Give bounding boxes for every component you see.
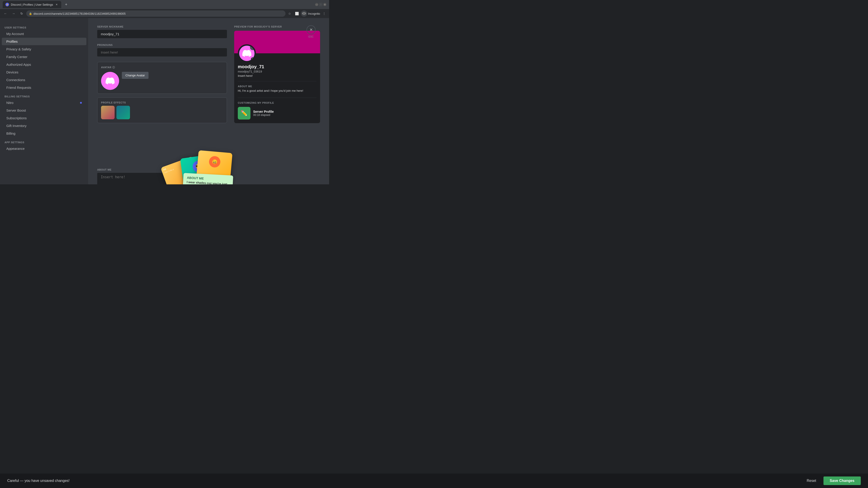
- tab-favicon: ⚡: [5, 3, 9, 6]
- server-nickname-label: SERVER NICKNAME: [97, 25, 227, 28]
- server-nickname-group: SERVER NICKNAME: [97, 25, 227, 38]
- avatar-edit-overlay[interactable]: ✏: [250, 45, 255, 50]
- status-dot: [251, 57, 254, 61]
- sidebar-item-billing[interactable]: Billing: [2, 130, 86, 137]
- split-button[interactable]: ⬜: [293, 10, 300, 17]
- about-me-textarea[interactable]: [97, 173, 227, 184]
- sidebar-item-nitro[interactable]: Nitro: [2, 99, 86, 106]
- preview-about-me-label: ABOUT ME: [234, 83, 320, 89]
- sidebar-label-appearance: Appearance: [6, 147, 25, 151]
- billing-settings-label: BILLING SETTINGS: [0, 92, 88, 99]
- content-row: SERVER NICKNAME PRONOUNS AVATAR ⓘ: [97, 25, 320, 184]
- sidebar-label-my-account: My Account: [6, 32, 24, 36]
- sidebar-item-privacy-safety[interactable]: Privacy & Safety: [2, 45, 86, 53]
- change-avatar-button[interactable]: Change Avatar: [122, 72, 149, 79]
- preview-about-me-text: Hi, I'm a good artist and I hope you'd j…: [234, 89, 320, 96]
- browser-titlebar: ⚡ Discord | Profiles | User Settings ✕ +…: [0, 0, 329, 9]
- sidebar-item-subscriptions[interactable]: Subscriptions: [2, 114, 86, 122]
- window-close[interactable]: ✕: [323, 3, 327, 6]
- server-nickname-input[interactable]: [97, 30, 227, 38]
- sidebar-item-family-center[interactable]: Family Center: [2, 53, 86, 61]
- sidebar-label-billing: Billing: [6, 131, 16, 135]
- browser-chrome: ⚡ Discord | Profiles | User Settings ✕ +…: [0, 0, 329, 18]
- profile-effects-section: PROFILE EFFECTS: [97, 97, 227, 123]
- sidebar-label-authorized-apps: Authorized Apps: [6, 63, 31, 66]
- forward-button[interactable]: →: [10, 10, 17, 17]
- profile-effects-area: PROFILE EFFECTS AB Jus: [97, 97, 227, 123]
- lock-icon: 🔒: [29, 12, 32, 15]
- sidebar-item-connections[interactable]: Connections: [2, 76, 86, 84]
- pronouns-group: PRONOUNS: [97, 43, 227, 57]
- nitro-dot: [80, 102, 82, 104]
- sidebar-item-server-boost[interactable]: Server Boost: [2, 107, 86, 114]
- preview-customizing-label: CUSTOMIZING MY PROFILE: [234, 100, 320, 106]
- main-content: SERVER NICKNAME PRONOUNS AVATAR ⓘ: [88, 18, 329, 184]
- esc-button[interactable]: ✕ ESC: [307, 25, 315, 38]
- profile-effects-inner: [101, 106, 223, 119]
- sidebar-label-privacy-safety: Privacy & Safety: [6, 47, 31, 51]
- profile-item-title: Server Profile: [253, 110, 274, 113]
- sidebar-label-connections: Connections: [6, 78, 25, 82]
- profile-item-icon: ✏️: [238, 107, 250, 120]
- sidebar-item-authorized-apps[interactable]: Authorized Apps: [2, 61, 86, 68]
- url-text: discord.com/channels/1182346851781984336…: [33, 12, 126, 15]
- form-section: SERVER NICKNAME PRONOUNS AVATAR ⓘ: [97, 25, 227, 184]
- address-bar[interactable]: 🔒 discord.com/channels/11823468517819843…: [26, 10, 285, 17]
- tab-title: Discord | Profiles | User Settings: [11, 3, 53, 6]
- avatar-label: AVATAR ⓘ: [101, 66, 223, 69]
- preview-pronouns: Insert here!: [234, 74, 320, 79]
- tab-close-button[interactable]: ✕: [55, 3, 59, 6]
- window-minimize[interactable]: —: [315, 3, 318, 6]
- preview-username: moodjoy71_03619: [234, 69, 320, 74]
- effect-card-2: [116, 106, 130, 119]
- sidebar-label-nitro: Nitro: [6, 101, 13, 105]
- preview-section: PREVIEW FOR MOODJOY'S SERVER ✕ ESC: [234, 25, 320, 184]
- esc-x-icon: ✕: [309, 27, 313, 32]
- back-button[interactable]: ←: [2, 10, 9, 17]
- incognito-label: Incognito: [308, 12, 320, 15]
- window-maximize[interactable]: □: [319, 3, 322, 6]
- profile-customization-row: ✏️ Server Profile 00:18 elapsed: [234, 106, 320, 123]
- avatar-section-inner: Change Avatar: [101, 72, 223, 90]
- user-settings-label: USER SETTINGS: [0, 23, 88, 30]
- browser-tab[interactable]: ⚡ Discord | Profiles | User Settings ✕: [3, 1, 61, 8]
- profile-item-elapsed: 00:18 elapsed: [253, 113, 274, 117]
- avatar-section: AVATAR ⓘ Change Avatar: [97, 62, 227, 94]
- pronouns-label: PRONOUNS: [97, 43, 227, 46]
- preview-avatar: ✏: [238, 44, 256, 62]
- sidebar-item-appearance[interactable]: Appearance: [2, 145, 86, 152]
- sidebar-item-profiles[interactable]: Profiles: [2, 38, 86, 45]
- esc-circle-icon: ✕: [307, 25, 315, 34]
- about-me-label: ABOUT ME: [97, 168, 227, 171]
- sidebar-label-devices: Devices: [6, 70, 18, 74]
- app-settings-label: APP SETTINGS: [0, 137, 88, 144]
- card-3-avatar: 😄: [209, 156, 221, 168]
- sidebar-item-devices[interactable]: Devices: [2, 68, 86, 76]
- profile-preview-card: ✏ moodjoy_71 moodjoy71_03619 Insert here…: [234, 31, 320, 123]
- browser-controls: ← → ↻ 🔒 discord.com/channels/11823468517…: [0, 9, 329, 18]
- effect-card-1: [101, 106, 115, 119]
- browser-menu-button[interactable]: ⋮: [321, 10, 327, 17]
- preview-display-name: moodjoy_71: [234, 64, 320, 69]
- preview-avatar-area: ✏: [234, 44, 320, 62]
- app-layout: USER SETTINGS My Account Profiles Privac…: [0, 18, 329, 184]
- profile-item-info: Server Profile 00:18 elapsed: [253, 110, 274, 117]
- sidebar-label-server-boost: Server Boost: [6, 108, 26, 112]
- sidebar-item-my-account[interactable]: My Account: [2, 30, 86, 37]
- about-me-group: ABOUT ME: [97, 168, 227, 184]
- sidebar-label-friend-requests: Friend Requests: [6, 86, 31, 90]
- sidebar: USER SETTINGS My Account Profiles Privac…: [0, 18, 88, 184]
- new-tab-button[interactable]: +: [63, 1, 69, 8]
- sidebar-label-subscriptions: Subscriptions: [6, 116, 27, 120]
- sidebar-item-friend-requests[interactable]: Friend Requests: [2, 84, 86, 91]
- sidebar-label-gift-inventory: Gift Inventory: [6, 124, 26, 128]
- bookmark-button[interactable]: ☆: [286, 10, 293, 17]
- sidebar-item-gift-inventory[interactable]: Gift Inventory: [2, 122, 86, 129]
- sidebar-label-family-center: Family Center: [6, 55, 27, 59]
- sidebar-label-profiles: Profiles: [6, 39, 18, 43]
- pronouns-input[interactable]: [97, 48, 227, 57]
- esc-label: ESC: [309, 35, 314, 38]
- incognito-button[interactable]: [301, 10, 307, 17]
- refresh-button[interactable]: ↻: [18, 10, 25, 17]
- profile-effects-label: PROFILE EFFECTS: [101, 101, 223, 104]
